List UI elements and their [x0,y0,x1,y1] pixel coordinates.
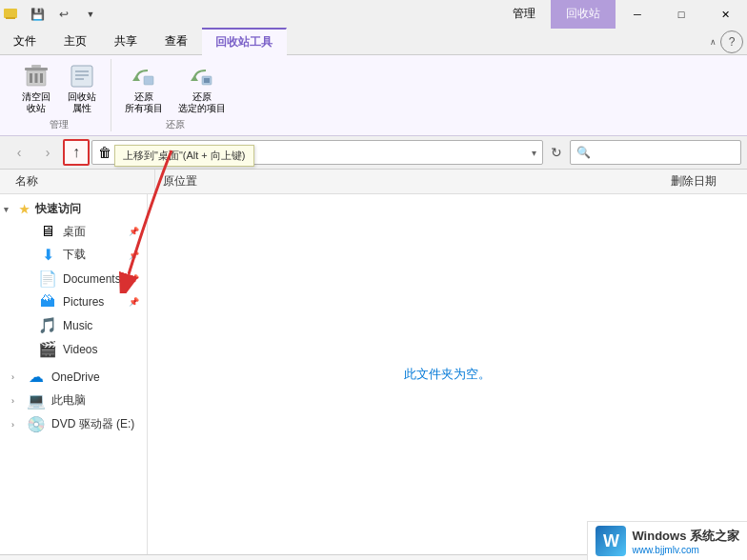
ribbon-group-restore: 还原所有项目 还原选定的项目 还原 [111,59,239,131]
svg-rect-3 [30,73,32,83]
empty-folder-text: 此文件夹为空。 [404,366,491,383]
ribbon-group-manage: 清空回收站 回收站属性 管理 [8,59,111,131]
svg-rect-8 [71,66,92,87]
svg-rect-16 [204,78,210,83]
tab-recycle[interactable]: 回收站 [551,0,616,29]
col-header-delete-date[interactable]: 删除日期 [663,173,724,190]
watermark: W Windows 系统之家 www.bjjmlv.com [587,521,747,560]
watermark-logo: W [596,526,626,556]
empty-recycle-button[interactable]: 清空回收站 [15,59,57,116]
restore-selected-icon [187,61,217,91]
dvd-icon: 💿 [27,415,46,433]
sidebar-item-onedrive[interactable]: › ☁ OneDrive [0,365,147,389]
col-header-name[interactable]: 名称 [8,173,46,190]
expand-icon: › [11,372,21,382]
videos-label: Videos [63,343,97,356]
expand-icon: › [11,420,21,430]
ribbon: 清空回收站 回收站属性 管理 [0,55,747,136]
title-area: 💾 ↩ ▼ [0,0,308,29]
restore-all-icon [129,61,159,91]
refresh-button[interactable]: ↻ [545,141,568,164]
music-label: Music [63,319,92,332]
sidebar-section-quick-access: ▾ ★ 快速访问 🖥 桌面 📌 ⬇ 下载 📌 📄 Documents 📌 [0,198,147,361]
pin-icon: 📌 [129,274,139,284]
sidebar-quick-access-header[interactable]: ▾ ★ 快速访问 [0,198,147,220]
close-button[interactable]: ✕ [703,0,747,29]
thispc-icon: 💻 [27,391,46,410]
empty-recycle-label: 清空回收站 [22,91,50,114]
sidebar-item-pictures[interactable]: 🏔 Pictures 📌 [0,290,147,313]
ribbon-tabs: 文件 主页 共享 查看 回收站工具 ∧ ? [0,29,747,55]
column-headers: 名称 原位置 删除日期 [0,170,747,194]
col-header-original-location[interactable]: 原位置 [155,173,205,190]
expand-icon: › [11,396,21,406]
pin-icon: 📌 [129,227,139,236]
ribbon-group-restore-buttons: 还原所有项目 还原选定的项目 [119,59,232,116]
pin-icon: 📌 [129,250,139,260]
sidebar-item-music[interactable]: 🎵 Music [0,313,147,337]
quick-access-label: 快速访问 [35,201,81,217]
ribbon-restore-label: 还原 [166,118,185,131]
tab-recycle-tools[interactable]: 回收站工具 [202,28,287,55]
help-button[interactable]: ? [720,30,743,53]
tab-share[interactable]: 共享 [101,29,151,54]
recycle-props-button[interactable]: 回收站属性 [61,59,103,116]
maximize-button[interactable]: □ [659,0,703,29]
recycle-props-label: 回收站属性 [68,91,96,114]
sidebar-item-documents[interactable]: 📄 Documents 📌 [0,267,147,290]
forward-button[interactable]: › [34,139,61,166]
file-content: 此文件夹为空。 [148,194,747,554]
minimize-button[interactable]: ─ [616,0,659,29]
ribbon-content: 清空回收站 回收站属性 管理 [0,55,747,135]
svg-marker-12 [132,75,140,81]
svg-rect-4 [35,73,38,83]
sidebar-item-thispc[interactable]: › 💻 此电脑 [0,389,147,412]
svg-rect-0 [4,9,17,18]
downloads-label: 下载 [63,247,86,263]
tab-home[interactable]: 主页 [50,29,101,54]
restore-all-button[interactable]: 还原所有项目 [119,59,169,116]
restore-all-label: 还原所有项目 [125,91,163,114]
sidebar-item-desktop[interactable]: 🖥 桌面 📌 [0,220,147,243]
qat-icon [0,4,21,25]
sidebar-item-videos[interactable]: 🎬 Videos [0,337,147,361]
tab-file[interactable]: 文件 [0,29,50,54]
main-area: ▾ ★ 快速访问 🖥 桌面 📌 ⬇ 下载 📌 📄 Documents 📌 [0,194,747,554]
svg-rect-13 [144,76,153,85]
qat-dropdown[interactable]: ▼ [80,4,101,25]
search-bar[interactable]: 🔍 [570,140,741,165]
sidebar-item-dvd[interactable]: › 💿 DVD 驱动器 (E:) [0,412,147,436]
thispc-label: 此电脑 [51,392,86,409]
restore-selected-button[interactable]: 还原选定的项目 [172,59,232,116]
up-button[interactable]: ↑ [63,139,90,166]
ribbon-group-manage-buttons: 清空回收站 回收站属性 [15,59,103,116]
sidebar: ▾ ★ 快速访问 🖥 桌面 📌 ⬇ 下载 📌 📄 Documents 📌 [0,194,148,554]
documents-label: Documents [63,272,121,286]
pictures-label: Pictures [63,295,104,309]
desktop-icon: 🖥 [38,223,57,240]
documents-icon: 📄 [38,270,57,288]
onedrive-icon: ☁ [27,368,46,386]
downloads-icon: ⬇ [38,246,57,264]
dvd-label: DVD 驱动器 (E:) [51,416,134,432]
qat-undo[interactable]: ↩ [53,4,74,25]
ribbon-manage-label: 管理 [50,118,69,131]
svg-rect-1 [6,17,15,19]
pin-icon: 📌 [129,297,139,307]
expand-icon: ▾ [4,205,13,214]
svg-rect-5 [40,73,43,83]
tab-manage[interactable]: 管理 [497,0,551,29]
onedrive-label: OneDrive [51,370,100,384]
svg-rect-7 [31,65,41,68]
search-icon: 🔍 [576,146,591,159]
address-chevron-icon[interactable]: ▾ [532,148,536,158]
qat-save[interactable]: 💾 [27,4,48,25]
recycle-props-icon [67,61,97,91]
tab-view[interactable]: 查看 [151,29,202,54]
toolbar: ‹ › ↑ 🗑 › 回收站 ▾ ↻ 🔍 [0,136,747,170]
watermark-sub: www.bjjmlv.com [632,545,739,555]
sidebar-item-downloads[interactable]: ⬇ 下载 📌 [0,243,147,267]
address-icon: 🗑 [98,145,111,160]
title-bar: 💾 ↩ ▼ 管理 回收站 ─ □ ✕ [0,0,747,29]
back-button[interactable]: ‹ [6,139,32,166]
